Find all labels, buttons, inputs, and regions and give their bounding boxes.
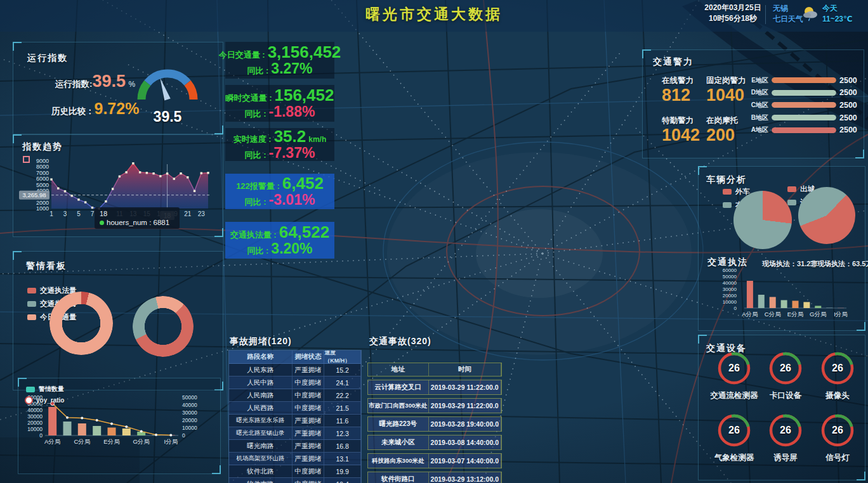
axis-tick: 50000 [723, 274, 737, 280]
city-label: 无锡 [773, 3, 803, 14]
police-stat: 特勤警力1042 [662, 115, 706, 145]
axis-tick: 3,265.98 [23, 191, 46, 198]
card-sub-row: 同比 :3.27% [225, 61, 334, 77]
axis-tick: 60000 [723, 267, 737, 273]
equipment-label: 诱导屏 [773, 453, 798, 463]
axis-tick: 10000 [27, 426, 43, 432]
card-value: 6,452 [282, 175, 324, 192]
table-header-row: 路段名称拥堵状态速度（KM/H） [229, 351, 361, 364]
tooltip-value: 6881 [154, 219, 170, 226]
axis-tick: 5 [77, 210, 81, 217]
table-row: 软件街路口2019-03-29 13:12:00.0 [367, 472, 502, 483]
axis-tick: 9000 [36, 158, 49, 164]
table-cell: 软件街路口 [368, 472, 429, 483]
alert-donut-right [133, 296, 194, 357]
region-label: B地区 [744, 113, 768, 122]
axis-tick: 6000 [36, 176, 49, 182]
legend-swatch [27, 314, 36, 320]
table-cell: 中度拥堵 [293, 402, 325, 414]
table-row: 软件南路中度拥堵19.4 [229, 478, 361, 483]
stat-card: 122报警量 :6,452同比 :-3.01% [225, 174, 334, 209]
axis-tick: I分局 [164, 438, 178, 445]
vehicle-enforcement-panel: 车辆分析 外车本车 出城进城 交通执法 现场执法：31.2万 非现场执法：63.… [698, 166, 865, 331]
bar-track [772, 90, 836, 96]
police-stat-label: 在线警力 [662, 75, 706, 86]
alert-board-panel: 警情看板 交通执法量交通类警情今日交通量 [13, 251, 223, 390]
table-row: 人民南路中度拥堵22.2 [229, 389, 361, 402]
card-sub-value: 3.27% [271, 61, 312, 76]
tooltip-row: houers_num : 6881 [100, 219, 174, 226]
trend-legend-marker[interactable] [23, 156, 30, 163]
bar [803, 302, 810, 309]
table-cell: 中度拥堵 [293, 465, 325, 477]
axis-tick: 0 [734, 306, 737, 311]
legend-item-line[interactable]: yoy_ratio [25, 396, 64, 404]
axis-tick: 30000 [182, 409, 197, 416]
vehicle-pie-right [798, 187, 855, 244]
vehicle-title: 车辆分析 [706, 174, 747, 186]
card-sub-row: 同比 :-7.37% [225, 145, 334, 161]
bar-fill [772, 127, 836, 133]
equipment-item: 26信号灯 [803, 413, 868, 463]
vehicle-pie-left [733, 191, 792, 249]
bar [63, 422, 72, 435]
table-cell: 11.6 [324, 415, 361, 427]
axis-tick: 10000 [182, 425, 197, 431]
bar [108, 428, 116, 436]
card-sub-value: -3.01% [269, 192, 315, 207]
datetime-block: 2020年03月25日 10时56分18秒 [703, 3, 763, 24]
card-sub-label: 同比 : [245, 108, 266, 120]
bar-fill [772, 102, 836, 108]
card-label: 实时速度 : [233, 134, 272, 145]
axis-tick: 20000 [723, 293, 737, 299]
card-sub-value: -1.88% [269, 104, 315, 119]
region-label: D地区 [744, 88, 768, 97]
equipment-item: 26摄像头 [803, 351, 868, 401]
axis-tick: 0 [39, 432, 43, 439]
bar-value: 2500 [839, 76, 857, 85]
table-cell: 严重拥堵 [293, 415, 325, 427]
table-cell: 严重拥堵 [293, 427, 325, 439]
history-compare-label: 历史比较： [51, 106, 95, 116]
table-row: 曙光东路至永乐路严重拥堵11.6 [229, 415, 361, 427]
table-cell: 机场高架至环山路 [229, 453, 293, 465]
legend-swatch [723, 189, 732, 195]
card-sub-row: 同比 :3.20% [225, 241, 334, 257]
table-cell: 市政门口向西300米处 [368, 399, 429, 413]
legend-swatch [787, 200, 796, 205]
series-dot-icon [100, 221, 104, 225]
table-cell: 云计算路交叉口 [368, 380, 429, 394]
bar [93, 426, 101, 435]
region-label: A地区 [744, 126, 768, 134]
bar-fill [772, 77, 836, 83]
line-legend-marker-icon [25, 396, 33, 404]
equipment-value: 26 [768, 351, 803, 386]
bar-fill [772, 90, 836, 96]
bar-fill [772, 115, 836, 120]
equipment-ring: 26 [820, 413, 855, 448]
bar-value: 2500 [839, 88, 857, 97]
bar [122, 428, 131, 435]
table-cell: 人民南路 [229, 389, 293, 401]
weekly-weather-link[interactable]: 七日天气 [773, 14, 803, 25]
region-label: E地区 [744, 76, 768, 85]
table-row: 曙光北路至锡山录严重拥堵12.3 [229, 427, 361, 440]
bar [48, 407, 56, 435]
bar-value: 2500 [839, 126, 857, 134]
equipment-label: 摄像头 [825, 390, 850, 401]
card-label: 瞬时交通量 : [226, 93, 272, 104]
card-main-row: 交通执法量 :64,522 [225, 224, 334, 241]
axis-tick: G分局 [810, 311, 826, 318]
run-index-gauge: 39.5 [114, 53, 221, 130]
table-cell: 严重拥堵 [293, 453, 325, 465]
header-cell: 路段名称 [229, 351, 293, 363]
region-label: C地区 [744, 101, 768, 110]
legend-item-bar[interactable]: 警情数量 [26, 385, 64, 394]
police-stat-value: 1042 [662, 126, 706, 145]
table-row: 科技路向东300米处2019-03-07 14:40:00.0 [367, 453, 502, 468]
card-value: 35.2 [274, 128, 306, 145]
equipment-panel: 交通设备 26交通流检测器26卡口设备26摄像头26气象检测器26诱导屏26信号… [698, 335, 865, 480]
axis-tick: C分局 [74, 438, 90, 445]
equipment-ring: 26 [768, 351, 803, 386]
police-stats: 在线警力812固定岗警力1040特勤警力1042在岗摩托200 [662, 75, 751, 145]
